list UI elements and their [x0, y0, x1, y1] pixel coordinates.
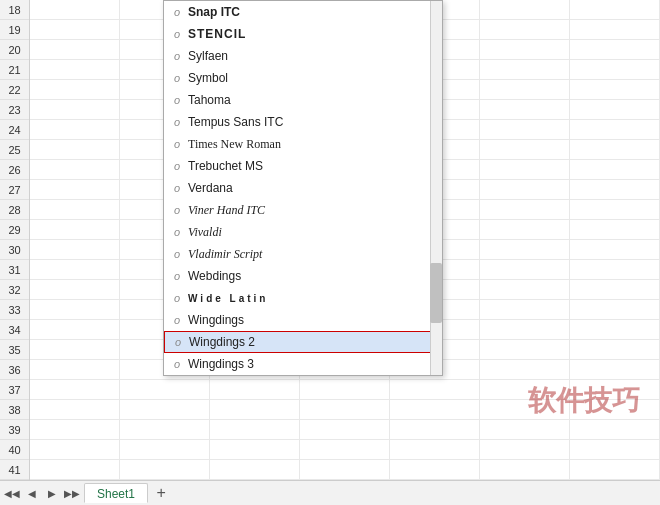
cell[interactable] — [30, 460, 120, 479]
cell[interactable] — [480, 320, 570, 339]
cell[interactable] — [210, 400, 300, 419]
cell[interactable] — [570, 160, 660, 179]
cell[interactable] — [570, 280, 660, 299]
cell[interactable] — [570, 380, 660, 399]
cell[interactable] — [30, 40, 120, 59]
cell[interactable] — [480, 280, 570, 299]
cell[interactable] — [480, 300, 570, 319]
cell[interactable] — [570, 320, 660, 339]
cell[interactable] — [210, 440, 300, 459]
cell[interactable] — [480, 200, 570, 219]
dropdown-scrollbar[interactable] — [430, 1, 442, 375]
font-item-wingdings-3[interactable]: oWingdings 3 — [164, 353, 442, 375]
cell[interactable] — [30, 60, 120, 79]
cell[interactable] — [480, 80, 570, 99]
cell[interactable] — [390, 460, 480, 479]
cell[interactable] — [570, 260, 660, 279]
cell[interactable] — [570, 360, 660, 379]
cell[interactable] — [30, 180, 120, 199]
cell[interactable] — [390, 380, 480, 399]
font-item-wingdings[interactable]: oWingdings — [164, 309, 442, 331]
cell[interactable] — [30, 320, 120, 339]
cell[interactable] — [570, 20, 660, 39]
cell[interactable] — [30, 380, 120, 399]
font-item-wide-latin[interactable]: oWide Latin — [164, 287, 442, 309]
cell[interactable] — [480, 400, 570, 419]
cell[interactable] — [570, 40, 660, 59]
cell[interactable] — [30, 360, 120, 379]
cell[interactable] — [30, 140, 120, 159]
cell[interactable] — [30, 260, 120, 279]
font-item-tahoma[interactable]: oTahoma — [164, 89, 442, 111]
cell[interactable] — [480, 460, 570, 479]
cell[interactable] — [570, 220, 660, 239]
cell[interactable] — [210, 460, 300, 479]
font-item-viner-hand[interactable]: oViner Hand ITC — [164, 199, 442, 221]
font-item-times-new-roman[interactable]: oTimes New Roman — [164, 133, 442, 155]
cell[interactable] — [30, 160, 120, 179]
cell[interactable] — [480, 380, 570, 399]
cell[interactable] — [480, 220, 570, 239]
sheet-nav-last[interactable]: ▶▶ — [64, 485, 80, 501]
font-item-symbol[interactable]: oSymbol — [164, 67, 442, 89]
cell[interactable] — [480, 100, 570, 119]
cell[interactable] — [30, 20, 120, 39]
cell[interactable] — [480, 180, 570, 199]
cell[interactable] — [570, 60, 660, 79]
sheet-tab-sheet1[interactable]: Sheet1 — [84, 483, 148, 503]
cell[interactable] — [480, 20, 570, 39]
cell[interactable] — [480, 140, 570, 159]
cell[interactable] — [30, 420, 120, 439]
cell[interactable] — [570, 140, 660, 159]
font-item-tempus-sans[interactable]: oTempus Sans ITC — [164, 111, 442, 133]
cell[interactable] — [30, 200, 120, 219]
font-item-wingdings-2[interactable]: oWingdings 2 — [164, 331, 442, 353]
add-sheet-button[interactable]: + — [152, 484, 170, 502]
cell[interactable] — [480, 0, 570, 19]
cell[interactable] — [480, 160, 570, 179]
font-item-webdings[interactable]: oWebdings — [164, 265, 442, 287]
cell[interactable] — [30, 120, 120, 139]
cell[interactable] — [30, 400, 120, 419]
cell[interactable] — [570, 440, 660, 459]
sheet-nav-first[interactable]: ◀◀ — [4, 485, 20, 501]
cell[interactable] — [570, 460, 660, 479]
sheet-nav-next[interactable]: ▶ — [44, 485, 60, 501]
cell[interactable] — [570, 420, 660, 439]
scrollbar-thumb[interactable] — [430, 263, 442, 323]
cell[interactable] — [480, 120, 570, 139]
cell[interactable] — [390, 400, 480, 419]
font-dropdown[interactable]: oSnap ITCoSTENCILoSylfaenoSymboloTahomao… — [163, 0, 443, 376]
cell[interactable] — [300, 400, 390, 419]
font-item-trebuchet-ms[interactable]: oTrebuchet MS — [164, 155, 442, 177]
font-item-stencil[interactable]: oSTENCIL — [164, 23, 442, 45]
cell[interactable] — [480, 340, 570, 359]
cell[interactable] — [390, 420, 480, 439]
cell[interactable] — [30, 280, 120, 299]
cell[interactable] — [30, 240, 120, 259]
cell[interactable] — [30, 80, 120, 99]
cell[interactable] — [480, 420, 570, 439]
cell[interactable] — [300, 380, 390, 399]
cell[interactable] — [480, 360, 570, 379]
cell[interactable] — [210, 420, 300, 439]
cell[interactable] — [120, 380, 210, 399]
cell[interactable] — [30, 440, 120, 459]
cell[interactable] — [570, 0, 660, 19]
font-item-verdana[interactable]: oVerdana — [164, 177, 442, 199]
cell[interactable] — [30, 300, 120, 319]
cell[interactable] — [30, 220, 120, 239]
cell[interactable] — [570, 340, 660, 359]
cell[interactable] — [390, 440, 480, 459]
cell[interactable] — [300, 420, 390, 439]
cell[interactable] — [570, 400, 660, 419]
font-item-snap-itc[interactable]: oSnap ITC — [164, 1, 442, 23]
font-item-vivaldi[interactable]: oVivaldi — [164, 221, 442, 243]
cell[interactable] — [300, 440, 390, 459]
cell[interactable] — [300, 460, 390, 479]
cell[interactable] — [570, 100, 660, 119]
font-item-sylfaen[interactable]: oSylfaen — [164, 45, 442, 67]
cell[interactable] — [570, 80, 660, 99]
font-item-vladimir-script[interactable]: oVladimir Script — [164, 243, 442, 265]
cell[interactable] — [120, 400, 210, 419]
